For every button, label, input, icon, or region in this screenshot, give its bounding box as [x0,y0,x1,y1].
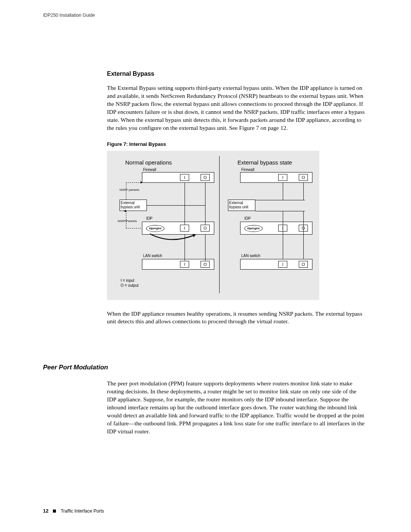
figure-left-title: Normal operations [125,159,172,166]
idp-label: IDP [244,216,251,220]
connector [185,235,185,261]
port-i: I [180,174,189,181]
connector [255,211,305,211]
arrowhead-icon [140,181,143,184]
page-footer: 12 Traffic Interface Ports [43,508,104,514]
dashed-line [126,182,141,183]
body-paragraph: When the IDP appliance resumes healthy o… [107,310,366,326]
section-ppm: The peer port modulation (PPM) feature s… [107,380,366,444]
nsrp-label: NSRP packets [119,188,139,192]
page-number: 12 [43,508,48,514]
body-paragraph: The External Bypass setting supports thi… [107,84,366,132]
connector [147,205,205,206]
footer-section-name: Traffic Interface Ports [61,508,104,514]
arrowhead-icon [124,210,126,212]
idpengine-oval: idpengine [146,225,164,232]
port-o: O [299,174,308,181]
body-paragraph: The peer port modulation (PPM) feature s… [107,380,366,435]
connector [205,235,206,261]
connector [255,200,305,200]
connector [205,183,206,225]
running-header: IDP250 Installation Guide [43,13,95,18]
port-o: O [201,174,210,181]
legend-i: I = input [121,278,134,283]
main-content: External Bypass The External Bypass sett… [107,70,366,335]
port-o: O [201,225,210,232]
ext-bypass-box: External bypass unit [119,200,147,211]
port-i: I [278,174,287,181]
legend-o: O = output [121,283,139,288]
figure-legend: I = input O = output [121,278,139,288]
figure-right-title: External bypass state [237,159,292,166]
firewall-label: Firewall [143,168,156,172]
port-i: I [278,261,287,268]
lan-switch-label: LAN switch [241,254,260,258]
connector [283,183,283,200]
figure-internal-bypass: Normal operations Firewall I O External … [107,151,319,300]
connector [303,211,304,261]
figure-caption: Figure 7: Internal Bypass [107,141,366,147]
port-o: O [201,261,210,268]
port-o: O [299,261,308,268]
section-heading-external-bypass: External Bypass [107,70,366,77]
connector [303,183,304,200]
footer-bullet-icon [53,510,56,513]
dashed-line [126,228,141,228]
connector [283,211,283,261]
lan-switch-label: LAN switch [143,254,162,258]
firewall-label: Firewall [241,168,254,172]
subsection-heading-ppm: Peer Port Modulation [43,364,108,371]
port-i: I [180,261,189,268]
nsrp-label: NSRPPackets [118,219,137,223]
port-i: I [180,225,189,232]
ext-bypass-box: External bypass unit [228,200,255,211]
figure-divider [219,156,220,293]
connector [185,183,185,225]
idp-label: IDP [146,216,153,220]
idpengine-oval: idpengine [244,225,263,232]
curve-arrow-icon [148,233,198,243]
